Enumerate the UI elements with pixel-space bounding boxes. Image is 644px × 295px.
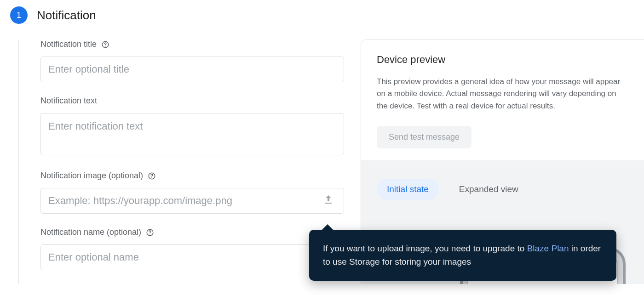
svg-point-5 <box>150 234 150 235</box>
upload-image-button[interactable] <box>313 188 344 214</box>
help-icon[interactable] <box>146 228 154 237</box>
label-notification-image: Notification image (optional) <box>40 171 143 181</box>
upload-upgrade-tooltip: If you want to upload image, you need to… <box>309 230 616 281</box>
step-number-badge: 1 <box>10 6 28 24</box>
label-notification-title: Notification title <box>40 40 97 49</box>
upload-icon <box>323 194 334 207</box>
form-column: Notification title Notification text Not… <box>40 40 344 284</box>
tab-expanded-view[interactable]: Expanded view <box>449 179 529 200</box>
notification-title-input[interactable] <box>40 57 344 82</box>
help-icon[interactable] <box>101 40 109 49</box>
preview-description: This preview provides a general idea of … <box>377 76 628 112</box>
preview-tabs: Initial state Expanded view <box>377 179 628 200</box>
blaze-plan-link[interactable]: Blaze Plan <box>527 244 569 253</box>
tooltip-text-prefix: If you want to upload image, you need to… <box>323 244 527 253</box>
label-notification-name: Notification name (optional) <box>40 227 141 237</box>
notification-text-input[interactable] <box>40 113 344 155</box>
svg-point-3 <box>151 177 152 178</box>
step-header: 1 Notification <box>0 6 644 24</box>
help-icon[interactable] <box>148 172 156 180</box>
field-notification-name: Notification name (optional) <box>40 227 344 270</box>
step-vertical-line <box>18 40 40 284</box>
preview-title: Device preview <box>377 54 628 66</box>
label-notification-text: Notification text <box>40 96 97 106</box>
notification-image-input[interactable] <box>40 188 313 214</box>
svg-point-1 <box>105 46 106 47</box>
tab-initial-state[interactable]: Initial state <box>377 179 439 200</box>
field-notification-image: Notification image (optional) <box>40 171 344 214</box>
field-notification-text: Notification text <box>40 96 344 157</box>
send-test-message-button[interactable]: Send test message <box>377 126 472 148</box>
page-title: Notification <box>37 8 96 23</box>
notification-name-input[interactable] <box>40 244 344 270</box>
field-notification-title: Notification title <box>40 40 344 82</box>
